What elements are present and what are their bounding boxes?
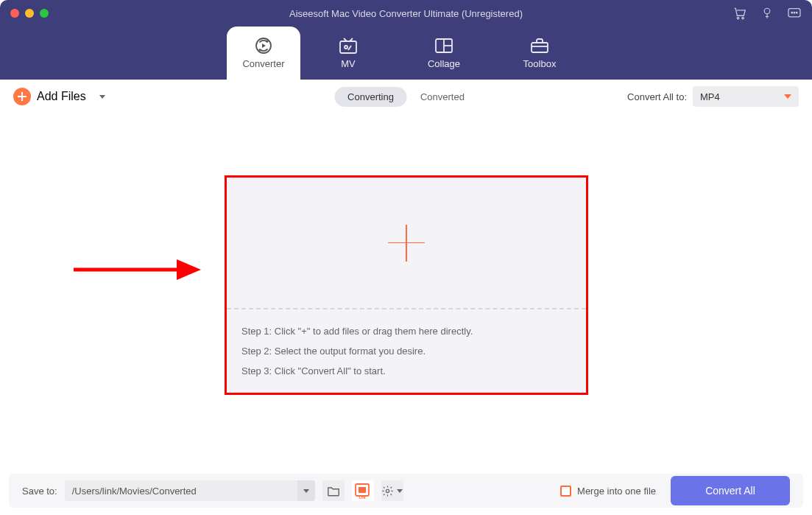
svg-point-5 [794,12,795,13]
footer-bar: Save to: /Users/link/Movies/Converted ON… [9,474,803,508]
svg-marker-10 [262,43,266,48]
output-format-select[interactable]: MP4 [693,86,799,107]
annotation-arrow [70,255,202,287]
plus-icon [13,88,31,105]
save-path-field[interactable]: /Users/link/Movies/Converted [65,480,297,501]
close-window-button[interactable] [10,9,19,18]
maximize-window-button[interactable] [40,9,49,18]
caret-down-icon [784,94,791,99]
cart-icon[interactable] [732,7,747,20]
step-1: Step 1: Click "+" to add files or drag t… [241,326,571,337]
svg-point-1 [742,17,744,18]
selected-format: MP4 [700,91,720,102]
window-title: Aiseesoft Mac Video Converter Ultimate (… [289,8,523,19]
tab-label: MV [341,58,356,69]
svg-point-23 [386,489,389,492]
step-3: Step 3: Click "Convert All" to start. [241,365,571,376]
titlebar: Aiseesoft Mac Video Converter Ultimate (… [0,0,812,27]
mv-icon [338,38,359,54]
minimize-window-button[interactable] [25,9,34,18]
svg-marker-19 [177,259,201,280]
segment-converted[interactable]: Converted [407,87,478,107]
main-content: Step 1: Click "+" to add files or drag t… [0,113,812,493]
add-files-button[interactable]: Add Files [13,88,105,105]
convert-all-to-label: Convert All to: [627,91,687,102]
toolbox-icon [529,38,550,54]
collage-icon [434,38,454,54]
tab-mv[interactable]: MV [300,27,396,80]
svg-point-4 [791,12,793,13]
merge-label: Merge into one file [577,486,656,497]
svg-point-2 [764,8,770,14]
svg-point-6 [796,12,797,13]
instruction-steps: Step 1: Click "+" to add files or drag t… [227,309,586,393]
feedback-icon[interactable] [787,7,802,19]
save-to-label: Save to: [22,486,57,497]
svg-point-0 [737,17,738,18]
svg-rect-11 [340,41,356,53]
toolbar: Add Files Converting Converted Convert A… [0,80,812,113]
add-files-label: Add Files [37,90,86,103]
tab-label: Toolbox [523,58,557,69]
segment-converting[interactable]: Converting [334,87,407,107]
convert-icon [253,38,274,54]
conversion-status-segments: Converting Converted [334,87,478,107]
main-nav: Converter MV Collage Toolbox [0,27,812,80]
convert-all-button[interactable]: Convert All [671,476,790,505]
chevron-down-icon [397,489,403,493]
tab-converter[interactable]: Converter [227,27,300,80]
tab-label: Collage [428,58,460,69]
key-icon[interactable] [760,7,774,20]
chevron-down-icon[interactable] [99,95,105,99]
tab-collage[interactable]: Collage [396,27,492,80]
tab-label: Converter [242,58,284,69]
big-plus-icon[interactable] [388,225,425,262]
svg-text:ON: ON [359,495,365,500]
file-dropzone[interactable]: Step 1: Click "+" to add files or drag t… [225,175,588,395]
svg-rect-21 [359,487,366,493]
settings-button[interactable] [381,480,403,501]
svg-point-12 [345,46,347,49]
step-2: Step 2: Select the output format you des… [241,346,571,357]
save-path-dropdown-button[interactable] [297,480,315,501]
merge-checkbox[interactable] [560,486,571,497]
tab-toolbox[interactable]: Toolbox [492,27,587,80]
svg-rect-16 [532,43,548,52]
gpu-acceleration-button[interactable]: ON [352,480,374,501]
open-folder-button[interactable] [322,480,345,501]
